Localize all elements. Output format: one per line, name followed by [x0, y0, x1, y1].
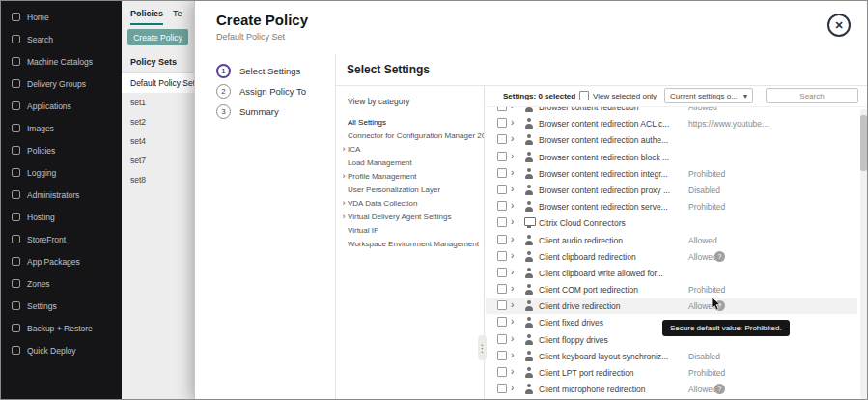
create-policy-button[interactable]: Create Policy	[127, 29, 188, 45]
category-item[interactable]: › Workspace Environment Management	[336, 237, 484, 250]
wizard-step[interactable]: 1 Select Settings	[195, 61, 335, 81]
table-row[interactable]: › Browser content redirection serve... P…	[486, 198, 857, 214]
row-checkbox[interactable]	[497, 107, 507, 111]
sidebar-item[interactable]: Delivery Groups	[1, 72, 122, 95]
policy-set-item[interactable]: set7	[122, 151, 194, 170]
row-checkbox[interactable]	[497, 367, 507, 377]
chevron-right-icon[interactable]: ›	[511, 316, 514, 328]
chevron-right-icon[interactable]: ›	[511, 333, 514, 345]
table-row[interactable]: › Client clipboard redirection Allowed ?	[486, 248, 857, 265]
row-checkbox[interactable]	[497, 334, 507, 344]
table-row[interactable]: › Browser content redirection authe... ?	[486, 131, 857, 148]
table-row[interactable]: › Browser content redirection integr... …	[486, 165, 857, 182]
tab-templates[interactable]: Te	[173, 9, 182, 25]
chevron-right-icon[interactable]: ›	[511, 350, 514, 361]
table-row[interactable]: › Browser content redirection Allowed ?	[486, 107, 857, 115]
row-checkbox[interactable]	[497, 351, 507, 360]
category-item[interactable]: › Connector for Configuration Manager 20…	[336, 129, 484, 142]
wizard-step[interactable]: 3 Summary	[195, 101, 335, 122]
chevron-right-icon[interactable]: ›	[511, 250, 514, 262]
table-row[interactable]: › Client audio redirection Allowed ?	[486, 232, 857, 248]
chevron-right-icon[interactable]: ›	[511, 283, 514, 295]
chevron-right-icon[interactable]: ›	[511, 151, 514, 162]
sidebar-item[interactable]: Hosting	[1, 206, 122, 228]
category-item[interactable]: › Load Management	[336, 156, 484, 169]
chevron-right-icon[interactable]: ›	[511, 383, 514, 394]
chevron-right-icon[interactable]: ›	[511, 184, 514, 195]
help-icon[interactable]: ?	[714, 384, 725, 394]
help-icon[interactable]: ?	[714, 251, 725, 262]
row-checkbox[interactable]	[497, 201, 507, 211]
search-input[interactable]	[766, 88, 858, 103]
row-checkbox[interactable]	[497, 185, 507, 194]
chevron-right-icon[interactable]: ›	[511, 117, 514, 129]
table-row[interactable]: › Client clipboard write allowed for... …	[486, 265, 857, 281]
sidebar-item[interactable]: Administrators	[1, 184, 122, 206]
table-row[interactable]: › Client microphone redirection Allowed …	[486, 381, 857, 397]
table-row[interactable]: › Citrix Cloud Connectors ?	[486, 214, 857, 231]
row-checkbox[interactable]	[497, 300, 507, 310]
category-item[interactable]: › VDA Data Collection	[336, 196, 484, 210]
category-item[interactable]: › ICA	[336, 142, 484, 156]
row-checkbox[interactable]	[497, 217, 507, 227]
chevron-right-icon[interactable]: ›	[511, 234, 514, 245]
category-item[interactable]: › Virtual Delivery Agent Settings	[336, 210, 484, 223]
sidebar-item[interactable]: Policies	[1, 139, 122, 161]
row-checkbox[interactable]	[497, 317, 507, 327]
policy-set-item[interactable]: set8	[122, 170, 194, 189]
policy-set-item[interactable]: set2	[122, 112, 194, 131]
policy-set-item[interactable]: set4	[122, 131, 194, 151]
pane-scrollbar-handle[interactable]: ⋮	[478, 335, 487, 360]
sidebar-item[interactable]: Zones	[1, 272, 122, 295]
scrollbar-thumb[interactable]	[860, 115, 867, 171]
row-checkbox[interactable]	[497, 118, 507, 128]
table-scrollbar[interactable]	[860, 109, 867, 399]
sidebar-item[interactable]: Logging	[1, 161, 122, 184]
row-checkbox[interactable]	[497, 251, 507, 261]
settings-filter-dropdown[interactable]: Current settings o... ▾	[664, 88, 753, 103]
sidebar-item[interactable]: Quick Deploy	[1, 339, 122, 361]
view-selected-checkbox[interactable]	[579, 91, 589, 100]
category-item[interactable]: › All Settings	[336, 115, 484, 129]
sidebar-item[interactable]: Settings	[1, 295, 122, 317]
table-row[interactable]: › Client drive redirection Allowed ?	[486, 298, 857, 314]
row-checkbox[interactable]	[497, 152, 507, 161]
chevron-right-icon[interactable]: ›	[511, 366, 514, 378]
row-checkbox[interactable]	[497, 235, 507, 244]
chevron-right-icon[interactable]: ›	[511, 300, 514, 311]
wizard-step[interactable]: 2 Assign Policy To	[195, 81, 335, 101]
close-button[interactable]: ✕	[827, 14, 851, 37]
sidebar-item[interactable]: StoreFront	[1, 228, 122, 250]
table-row[interactable]: › Browser content redirection ACL c... h…	[486, 115, 857, 131]
category-item[interactable]: › Virtual IP	[336, 223, 484, 237]
sidebar-item[interactable]: Images	[1, 117, 122, 139]
row-checkbox[interactable]	[497, 384, 507, 393]
settings-selected-summary: Settings: 0 selected	[503, 92, 575, 100]
chevron-right-icon[interactable]: ›	[511, 167, 514, 179]
chevron-right-icon[interactable]: ›	[511, 133, 514, 145]
sidebar-item[interactable]: Machine Catalogs	[1, 50, 122, 72]
chevron-right-icon[interactable]: ›	[511, 267, 514, 278]
row-checkbox[interactable]	[497, 284, 507, 294]
sidebar-item[interactable]: App Packages	[1, 250, 122, 272]
sidebar-item[interactable]: Backup + Restore	[1, 317, 122, 339]
sidebar-item[interactable]: Applications	[1, 95, 122, 117]
chevron-right-icon[interactable]: ›	[511, 107, 514, 112]
table-row[interactable]: › Client keyboard layout synchroniz... D…	[486, 348, 857, 364]
table-row[interactable]: › Browser content redirection block ... …	[486, 149, 857, 165]
sidebar-item[interactable]: Home	[1, 6, 122, 28]
row-checkbox[interactable]	[497, 134, 507, 144]
table-row[interactable]: › Client COM port redirection Prohibited…	[486, 281, 857, 298]
row-checkbox[interactable]	[497, 268, 507, 277]
chevron-right-icon[interactable]: ›	[511, 216, 514, 228]
sidebar-item[interactable]: Search	[1, 28, 122, 50]
row-checkbox[interactable]	[497, 168, 507, 178]
tab-policies[interactable]: Policies	[130, 9, 163, 25]
policy-set-item[interactable]: Default Policy Set	[122, 73, 194, 93]
policy-set-item[interactable]: set1	[122, 93, 194, 112]
category-item[interactable]: › Profile Management	[336, 169, 484, 183]
category-item[interactable]: › User Personalization Layer	[336, 183, 484, 196]
table-row[interactable]: › Browser content redirection proxy ... …	[486, 182, 857, 198]
table-row[interactable]: › Client LPT port redirection Prohibited…	[486, 364, 857, 381]
chevron-right-icon[interactable]: ›	[511, 200, 514, 212]
